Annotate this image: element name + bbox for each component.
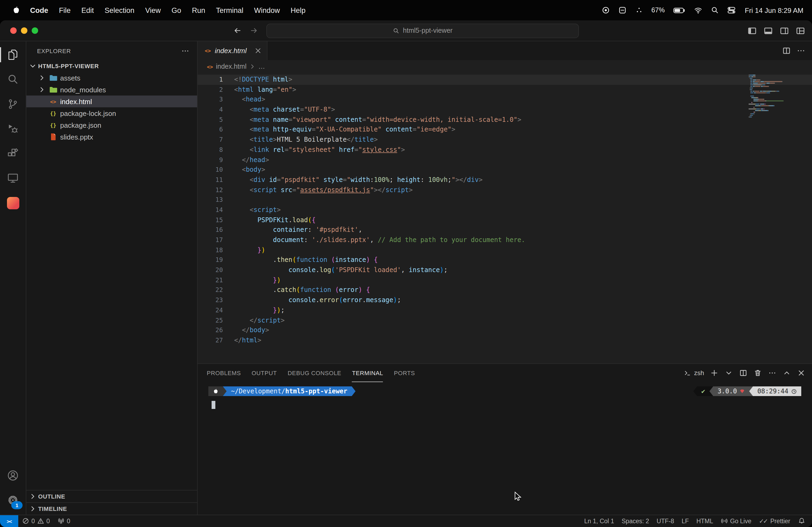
explorer-more-actions-icon[interactable] bbox=[181, 46, 190, 55]
file-row-package.json[interactable]: {}package.json bbox=[26, 119, 197, 131]
menubar-extra-app-icon[interactable] bbox=[618, 6, 627, 15]
toggle-panel-icon[interactable] bbox=[764, 26, 773, 35]
split-terminal-icon[interactable] bbox=[739, 369, 748, 377]
activity-source-control[interactable] bbox=[0, 92, 26, 117]
code-line-8[interactable]: 8 <link rel="stylesheet" href="style.css… bbox=[198, 145, 812, 155]
menu-help[interactable]: Help bbox=[285, 6, 311, 14]
file-row-package-lock.json[interactable]: {}package-lock.json bbox=[26, 107, 197, 119]
menu-run[interactable]: Run bbox=[187, 6, 211, 14]
problems-indicator[interactable]: 0 0 bbox=[18, 515, 54, 527]
terminal[interactable]: ~/Development/html5-ppt-viewer ✔ 3.0.0 bbox=[198, 382, 812, 515]
terminal-dropdown-icon[interactable] bbox=[724, 369, 733, 377]
code-line-18[interactable]: 18 }) bbox=[198, 245, 812, 255]
split-editor-icon[interactable] bbox=[782, 46, 791, 55]
code-line-26[interactable]: 26 </body> bbox=[198, 325, 812, 335]
record-indicator-icon[interactable] bbox=[601, 6, 610, 15]
code-editor[interactable]: 1<!DOCTYPE html>2<html lang="en">3 <head… bbox=[198, 73, 812, 363]
indent-indicator[interactable]: Spaces: 2 bbox=[618, 518, 653, 524]
menubar-dots-icon[interactable] bbox=[635, 6, 643, 15]
code-line-1[interactable]: 1<!DOCTYPE html> bbox=[198, 75, 812, 85]
panel-tab-output[interactable]: OUTPUT bbox=[251, 364, 277, 382]
panel-tab-terminal[interactable]: TERMINAL bbox=[352, 364, 383, 382]
code-line-16[interactable]: 16 container: '#pspdfkit', bbox=[198, 225, 812, 235]
activity-remote-explorer[interactable] bbox=[0, 166, 26, 191]
file-row-assets[interactable]: assets bbox=[26, 72, 197, 84]
notifications-bell[interactable] bbox=[794, 517, 809, 525]
code-line-27[interactable]: 27</html> bbox=[198, 335, 812, 345]
file-row-slides.pptx[interactable]: slides.pptx bbox=[26, 131, 197, 143]
code-line-14[interactable]: 14 <script> bbox=[198, 205, 812, 215]
control-center-icon[interactable] bbox=[727, 6, 736, 15]
menu-view[interactable]: View bbox=[140, 6, 166, 14]
close-window-button[interactable] bbox=[10, 27, 17, 34]
kill-terminal-icon[interactable] bbox=[753, 369, 762, 377]
activity-explorer[interactable] bbox=[0, 42, 26, 67]
close-tab-icon[interactable] bbox=[254, 47, 262, 55]
panel-tab-debug-console[interactable]: DEBUG CONSOLE bbox=[288, 364, 341, 382]
code-line-15[interactable]: 15 PSPDFKit.load({ bbox=[198, 215, 812, 225]
menu-edit[interactable]: Edit bbox=[76, 6, 99, 14]
close-panel-icon[interactable] bbox=[797, 369, 806, 377]
maximize-panel-icon[interactable] bbox=[782, 369, 791, 377]
nav-back-icon[interactable] bbox=[233, 26, 242, 35]
menubar-clock[interactable]: Fri 14 Jun 8:29 AM bbox=[745, 6, 803, 14]
menu-window[interactable]: Window bbox=[249, 6, 285, 14]
panel-tab-ports[interactable]: PORTS bbox=[394, 364, 415, 382]
nav-forward-icon[interactable] bbox=[250, 26, 258, 35]
customize-layout-icon[interactable] bbox=[796, 26, 805, 35]
command-center[interactable]: html5-ppt-viewer bbox=[266, 23, 579, 38]
apple-menu-icon[interactable] bbox=[12, 6, 20, 15]
code-line-4[interactable]: 4 <meta charset="UTF-8"> bbox=[198, 105, 812, 115]
activity-extension-custom[interactable] bbox=[0, 191, 26, 215]
code-line-13[interactable]: 13 bbox=[198, 195, 812, 205]
menu-go[interactable]: Go bbox=[166, 6, 187, 14]
accounts-button[interactable] bbox=[0, 463, 26, 488]
code-line-17[interactable]: 17 document: './slides.pptx', // Add the… bbox=[198, 235, 812, 245]
code-line-2[interactable]: 2<html lang="en"> bbox=[198, 85, 812, 94]
menu-selection[interactable]: Selection bbox=[99, 6, 140, 14]
timeline-section[interactable]: TIMELINE bbox=[26, 502, 197, 515]
menu-file[interactable]: File bbox=[54, 6, 76, 14]
code-line-5[interactable]: 5 <meta name="viewport" content="width=d… bbox=[198, 115, 812, 125]
tab-index-html[interactable]: <> index.html bbox=[198, 41, 268, 60]
code-line-3[interactable]: 3 <head> bbox=[198, 95, 812, 105]
minimap[interactable] bbox=[749, 75, 804, 118]
breadcrumb[interactable]: <> index.html … bbox=[198, 60, 812, 73]
menu-code[interactable]: Code bbox=[25, 6, 54, 14]
activity-extensions[interactable] bbox=[0, 141, 26, 166]
file-row-node_modules[interactable]: node_modules bbox=[26, 84, 197, 95]
code-line-7[interactable]: 7 <title>HTML 5 Boilerplate</title> bbox=[198, 135, 812, 145]
code-line-23[interactable]: 23 console.error(error.message); bbox=[198, 295, 812, 305]
code-line-9[interactable]: 9 </head> bbox=[198, 155, 812, 165]
file-row-index.html[interactable]: <>index.html bbox=[26, 95, 197, 107]
line-col-indicator[interactable]: Ln 1, Col 1 bbox=[581, 518, 618, 524]
activity-run-debug[interactable] bbox=[0, 117, 26, 141]
settings-button[interactable]: 1 bbox=[0, 488, 26, 512]
panel-more-actions-icon[interactable] bbox=[768, 369, 777, 377]
code-line-24[interactable]: 24 }); bbox=[198, 305, 812, 315]
code-line-25[interactable]: 25 </script> bbox=[198, 315, 812, 325]
eol-indicator[interactable]: LF bbox=[678, 518, 693, 524]
remote-indicator[interactable]: >< bbox=[0, 515, 18, 527]
panel-tab-problems[interactable]: PROBLEMS bbox=[207, 364, 241, 382]
code-line-21[interactable]: 21 }) bbox=[198, 275, 812, 285]
wifi-icon[interactable] bbox=[694, 6, 702, 15]
spotlight-icon[interactable] bbox=[710, 6, 719, 15]
zoom-window-button[interactable] bbox=[32, 27, 38, 34]
language-indicator[interactable]: HTML bbox=[693, 518, 717, 524]
editor-more-actions-icon[interactable] bbox=[796, 46, 806, 55]
code-line-22[interactable]: 22 .catch(function (error) { bbox=[198, 285, 812, 295]
terminal-shell-button[interactable]: zsh bbox=[684, 369, 704, 377]
go-live-button[interactable]: Go Live bbox=[717, 517, 755, 525]
battery-icon[interactable] bbox=[673, 6, 686, 15]
encoding-indicator[interactable]: UTF-8 bbox=[653, 518, 678, 524]
code-line-19[interactable]: 19 .then(function (instance) { bbox=[198, 255, 812, 265]
code-line-12[interactable]: 12 <script src="assets/pspdfkit.js"></sc… bbox=[198, 185, 812, 195]
new-terminal-icon[interactable] bbox=[710, 369, 719, 377]
breadcrumb-symbol[interactable]: … bbox=[258, 63, 265, 70]
minimize-window-button[interactable] bbox=[21, 27, 27, 34]
code-line-6[interactable]: 6 <meta http-equiv="X-UA-Compatible" con… bbox=[198, 125, 812, 135]
project-root-row[interactable]: HTML5-PPT-VIEWER bbox=[26, 60, 197, 72]
code-line-11[interactable]: 11 <div id="pspdfkit" style="width:100%;… bbox=[198, 175, 812, 185]
toggle-secondary-sidebar-icon[interactable] bbox=[780, 26, 789, 35]
